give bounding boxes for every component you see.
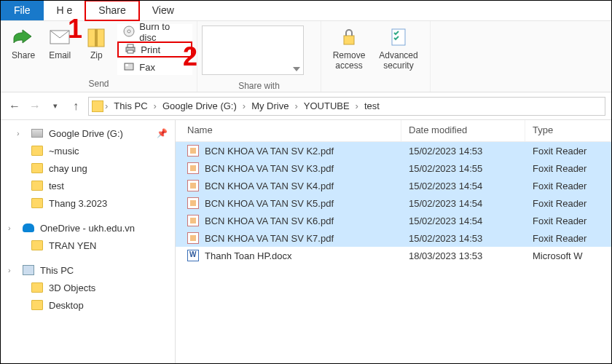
folder-icon [31,300,43,310]
chevron-right-icon: › [243,100,246,111]
expand-icon[interactable]: › [8,266,17,274]
expand-icon[interactable]: › [8,223,17,232]
remove-access-button[interactable]: Remove access [326,24,372,71]
advanced-security-button[interactable]: Advanced security [372,24,425,71]
burn-to-disc-button[interactable]: Burn to disc [117,24,192,40]
back-button[interactable]: ← [7,98,23,114]
email-button[interactable]: Email [42,24,78,60]
up-button[interactable]: ↑ [68,98,84,114]
sidebar-item-label: Google Drive (G:) [49,128,123,139]
address-bar[interactable]: › This PC › Google Drive (G:) › My Drive… [88,97,605,116]
pin-icon: 📌 [157,128,168,138]
doc-icon [187,250,199,261]
file-date: 15/02/2023 14:53 [401,233,525,244]
onedrive-icon [23,223,34,232]
pdf-icon [187,197,199,209]
sidebar-item[interactable]: 3D Objects [1,279,175,296]
file-type: Foxit Reader [525,198,611,209]
file-row[interactable]: Thanh Toan HP.docx18/03/2023 13:53Micros… [176,247,611,264]
fax-button[interactable]: Fax [117,59,192,75]
breadcrumb-item[interactable]: YOUTUBE [299,100,354,111]
breadcrumb-item[interactable]: Google Drive (G:) [158,100,241,111]
file-row[interactable]: BCN KHOA VA TAN SV K3.pdf15/02/2023 14:5… [176,159,611,177]
menu-share[interactable]: Share [85,1,138,20]
sidebar-item-label: OneDrive - ukh.edu.vn [40,223,135,234]
folder-icon [31,240,43,250]
chevron-right-icon: › [154,100,157,111]
folder-icon [31,163,43,173]
column-name[interactable]: Name [176,120,401,141]
sidebar-item-label: ~music [49,146,79,157]
column-type[interactable]: Type [525,120,611,141]
fax-label: Fax [139,62,155,73]
file-row[interactable]: BCN KHOA VA TAN SV K6.pdf15/02/2023 14:5… [176,212,611,229]
menu-file[interactable]: File [1,1,44,20]
chevron-right-icon: › [105,100,108,111]
sidebar-item[interactable]: Desktop [1,296,175,314]
file-list: Name Date modified Type BCN KHOA VA TAN … [176,120,611,363]
print-button[interactable]: Print [117,41,192,58]
breadcrumb-item[interactable]: My Drive [247,100,293,111]
file-name: BCN KHOA VA TAN SV K2.pdf [205,146,334,157]
file-row[interactable]: BCN KHOA VA TAN SV K5.pdf15/02/2023 14:5… [176,194,611,212]
file-type: Foxit Reader [525,233,611,244]
file-date: 15/02/2023 14:55 [401,163,525,174]
recent-dropdown[interactable]: ▾ [47,98,63,114]
share-button[interactable]: Share [5,24,42,60]
remove-access-label: Remove access [333,50,366,71]
svg-rect-6 [128,44,133,47]
menu-home[interactable]: H e [44,1,86,20]
share-with-gallery[interactable] [202,25,304,75]
file-name: BCN KHOA VA TAN SV K5.pdf [205,198,334,209]
sidebar-item[interactable]: chay ung [1,159,175,177]
expand-icon[interactable]: › [17,129,26,138]
print-label: Print [141,44,160,55]
sidebar-item[interactable]: Thang 3.2023 [1,194,175,212]
folder-icon [31,181,43,191]
sidebar-item[interactable]: TRAN YEN [1,237,175,254]
menubar: File H e Share View [1,1,611,21]
file-date: 15/02/2023 14:53 [401,146,525,157]
burn-label: Burn to disc [139,21,187,43]
column-date[interactable]: Date modified [401,120,525,141]
sidebar-item[interactable]: ~music [1,142,175,159]
send-group-label: Send [1,77,197,92]
file-name: BCN KHOA VA TAN SV K3.pdf [205,163,334,174]
sidebar-item[interactable]: ›This PC [1,261,175,279]
pdf-icon [187,232,199,244]
menu-view[interactable]: View [139,1,187,20]
sidebar: ›Google Drive (G:)📌~musicchay ungtestTha… [1,120,176,363]
file-row[interactable]: BCN KHOA VA TAN SV K4.pdf15/02/2023 14:5… [176,177,611,194]
file-name: BCN KHOA VA TAN SV K4.pdf [205,181,334,191]
pdf-icon [187,145,199,157]
email-label: Email [49,50,71,60]
forward-button[interactable]: → [27,98,43,114]
ribbon: Share Email Zip Burn to disc Print [1,21,611,92]
folder-icon [31,198,43,208]
svg-point-4 [128,30,130,33]
file-row[interactable]: BCN KHOA VA TAN SV K2.pdf15/02/2023 14:5… [176,142,611,159]
file-date: 15/02/2023 14:54 [401,181,525,191]
folder-icon [31,146,43,156]
zip-button[interactable]: Zip [78,24,114,60]
drive-icon [31,129,43,138]
pdf-icon [187,180,199,191]
share-label: Share [12,50,35,60]
breadcrumb-item[interactable]: test [360,100,384,111]
sidebar-item-label: Desktop [49,300,84,311]
file-row[interactable]: BCN KHOA VA TAN SV K7.pdf15/02/2023 14:5… [176,229,611,247]
sidebar-item[interactable]: ›OneDrive - ukh.edu.vn [1,219,175,237]
svg-rect-9 [125,64,128,66]
sidebar-item-label: test [49,181,64,191]
sidebar-item[interactable]: test [1,177,175,194]
breadcrumb-item[interactable]: This PC [109,100,152,111]
file-date: 15/02/2023 14:54 [401,198,525,209]
file-date: 18/03/2023 13:53 [401,250,525,261]
sidebar-item[interactable]: ›Google Drive (G:)📌 [1,124,175,142]
navbar: ← → ▾ ↑ › This PC › Google Drive (G:) › … [1,92,611,120]
folder-icon [31,282,43,293]
file-date: 15/02/2023 14:54 [401,215,525,226]
sidebar-item-label: This PC [40,265,74,276]
file-type: Foxit Reader [525,163,611,174]
file-name: BCN KHOA VA TAN SV K6.pdf [205,215,334,226]
